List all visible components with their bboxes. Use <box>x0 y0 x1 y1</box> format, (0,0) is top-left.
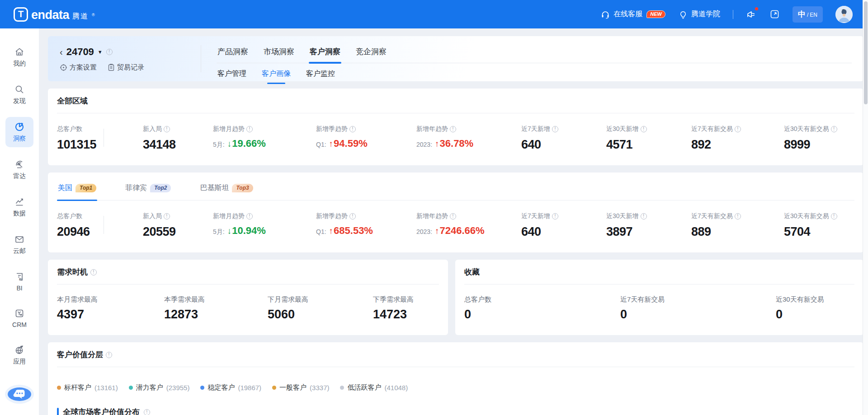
sidebar-expand-button[interactable]: » <box>17 411 22 415</box>
chat-support-button[interactable] <box>8 387 31 401</box>
info-icon[interactable] <box>735 126 741 132</box>
info-icon[interactable] <box>641 213 647 219</box>
info-icon[interactable] <box>106 49 113 55</box>
subtab-customer-monitor[interactable]: 客户监控 <box>305 68 336 81</box>
lang-sep: / <box>807 12 808 18</box>
info-icon[interactable] <box>831 213 837 219</box>
sidebar-item-insight[interactable]: 洞察 <box>5 117 33 147</box>
info-icon[interactable] <box>450 126 456 132</box>
logo-t-icon: T <box>14 7 28 22</box>
legend-dot-icon <box>200 386 204 390</box>
trade-records-link[interactable]: 贸易记录 <box>108 63 144 72</box>
online-service-link[interactable]: 在线客服 NEW <box>600 9 665 19</box>
sidebar-item-label: 我的 <box>5 60 33 68</box>
legend-dot-icon <box>129 386 133 390</box>
demand-stats: 本月需求最高 4397 本季需求最高 12873 下月需求最高 5060 下季需… <box>57 284 439 322</box>
megaphone-icon <box>746 9 757 20</box>
info-icon[interactable] <box>349 213 356 219</box>
stat-new-entrants: 新入局 34148 <box>143 125 213 152</box>
sidebar-item-cloudmail[interactable]: 云邮 <box>5 234 33 255</box>
info-icon[interactable] <box>106 352 112 358</box>
plan-settings-link[interactable]: 方案设置 <box>60 63 97 72</box>
fullscreen-button[interactable] <box>769 9 780 19</box>
info-icon[interactable] <box>246 213 253 219</box>
trend-up-value: ↑685.53% <box>329 225 373 237</box>
info-icon[interactable] <box>164 126 170 132</box>
sidebar-item-data[interactable]: 数据 <box>5 196 33 218</box>
sidebar-item-label: 洞察 <box>7 135 32 143</box>
arrow-up-icon: ↑ <box>329 226 334 236</box>
academy-link[interactable]: 腾道学院 <box>678 9 720 19</box>
announcements-button[interactable] <box>746 9 757 20</box>
arrow-up-icon: ↑ <box>435 226 439 236</box>
top1-badge: Top1 <box>75 184 96 192</box>
accent-bar <box>57 408 59 415</box>
legend-potential-customers[interactable]: 潜力客户 (23955) <box>129 383 190 392</box>
sidebar-item-label: CRM <box>5 321 33 328</box>
chevron-down-icon[interactable]: ▼ <box>98 49 103 55</box>
svg-text:BI: BI <box>19 277 23 281</box>
sidebar-item-label: 云邮 <box>5 247 33 255</box>
crm-icon <box>5 308 33 319</box>
legend-general-customers[interactable]: 一般客户 (3337) <box>272 383 329 392</box>
sidebar-item-apps[interactable]: 应用 <box>5 345 33 366</box>
country-tab-philippines[interactable]: 菲律宾 Top2 <box>124 182 172 200</box>
tendata-logo[interactable]: T endata 腾道 ® <box>14 7 95 22</box>
mail-icon <box>5 234 33 245</box>
page-scrollbar[interactable] <box>863 0 868 415</box>
country-tab-pakistan[interactable]: 巴基斯坦 Top3 <box>199 182 254 200</box>
info-icon[interactable] <box>90 269 97 275</box>
info-icon[interactable] <box>144 409 150 415</box>
user-avatar[interactable] <box>835 6 853 23</box>
stat-new-30d: 近30天新增 4571 <box>606 125 691 152</box>
tab-customer-insight[interactable]: 客户洞察 <box>309 43 341 63</box>
scrollbar-thumb[interactable] <box>864 1 868 104</box>
arrow-down-icon: ↓ <box>227 139 232 149</box>
sidebar-item-mine[interactable]: 我的 <box>5 47 33 68</box>
language-toggle[interactable]: 中 / EN <box>793 6 823 23</box>
trend-down-value: ↓10.94% <box>227 225 266 237</box>
tab-product-insight[interactable]: 产品洞察 <box>217 43 249 63</box>
tier-legend: 标杆客户 (13161) 潜力客户 (23955) 稳定客户 (19867) 一… <box>57 383 854 392</box>
info-icon[interactable] <box>450 213 456 219</box>
info-icon[interactable] <box>246 126 253 132</box>
divider <box>57 367 854 367</box>
tab-competitor-insight[interactable]: 竞企洞察 <box>355 43 387 63</box>
section-title: 收藏 <box>464 267 480 277</box>
demand-timing-card: 需求时机 本月需求最高 4397 本季需求最高 12873 下月需求最高 <box>48 260 448 335</box>
info-icon[interactable] <box>641 126 647 132</box>
topbar-right: 在线客服 NEW 腾道学院 中 / EN <box>600 6 853 23</box>
info-icon[interactable] <box>735 213 741 219</box>
tab-market-insight[interactable]: 市场洞察 <box>263 43 295 63</box>
subtab-customer-management[interactable]: 客户管理 <box>217 68 247 81</box>
subtab-customer-profile[interactable]: 客户画像 <box>261 68 292 81</box>
sidebar-item-label: BI <box>5 284 33 292</box>
stat-trade-30d: 近30天有新交易 5704 <box>784 212 853 239</box>
country-tab-usa[interactable]: 美国 Top1 <box>57 182 97 200</box>
plan-id[interactable]: 24709 <box>66 46 94 58</box>
header-card: ‹ 24709 ▼ 方案设置 贸易记录 <box>48 36 863 81</box>
lang-zh: 中 <box>798 6 806 23</box>
stat-fav-trade-7d: 近7天有新交易 0 <box>620 295 776 322</box>
customer-value-tiers-card: 客户价值分层 标杆客户 (13161) 潜力客户 (23955) 稳定客户 <box>48 342 863 415</box>
sidebar-item-crm[interactable]: CRM <box>5 308 33 328</box>
back-icon[interactable]: ‹ <box>60 47 63 56</box>
legend-low-activity-customers[interactable]: 低活跃客户 (41048) <box>340 383 408 392</box>
stat-monthly-trend: 新增月趋势 5月:↓10.94% <box>213 212 316 239</box>
search-icon <box>5 84 33 95</box>
sidebar-item-discover[interactable]: 发现 <box>5 84 33 105</box>
legend-stable-customers[interactable]: 稳定客户 (19867) <box>200 383 261 392</box>
info-icon[interactable] <box>349 126 356 132</box>
info-icon[interactable] <box>552 213 558 219</box>
legend-benchmark-customers[interactable]: 标杆客户 (13161) <box>57 383 118 392</box>
topbar-divider <box>733 10 733 19</box>
info-icon[interactable] <box>552 126 558 132</box>
stat-yearly-trend: 新增年趋势 2023:↑7246.66% <box>416 212 521 239</box>
line-chart-icon <box>5 196 33 207</box>
info-icon[interactable] <box>831 126 837 132</box>
info-icon[interactable] <box>164 213 170 219</box>
sidebar-item-bi[interactable]: BI BI <box>5 271 33 292</box>
sidebar-item-radar[interactable]: 雷达 <box>5 159 33 180</box>
arrow-up-icon: ↑ <box>329 139 334 149</box>
radar-icon <box>5 159 33 170</box>
